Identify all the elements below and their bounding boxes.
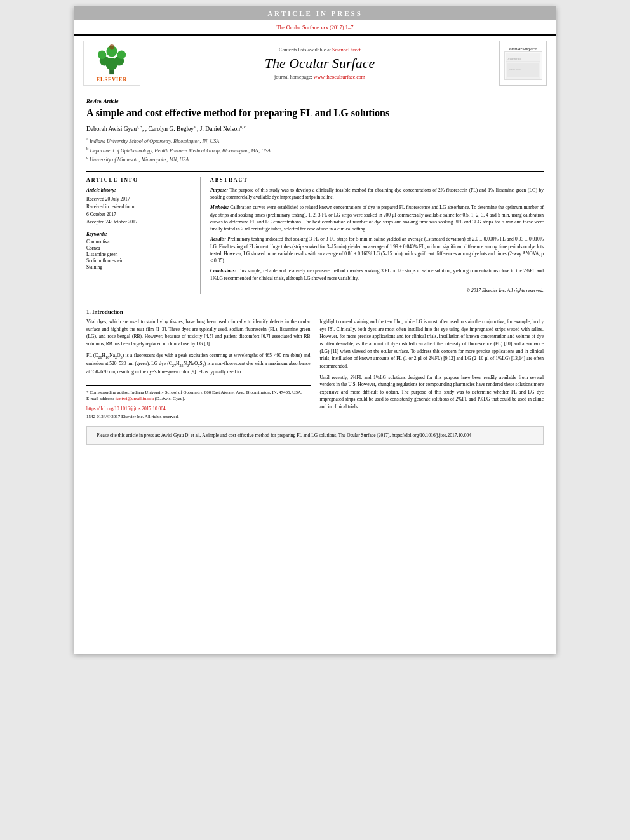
article-history: Article history: Received 20 July 2017 R… bbox=[86, 187, 194, 226]
issn-line: 1542-0124/© 2017 Elsevier Inc. All right… bbox=[86, 413, 311, 420]
affiliation-b: b Department of Ophthalmology, Health Pa… bbox=[86, 145, 544, 155]
elsevier-brand-text: ELSEVIER bbox=[97, 77, 127, 83]
doi-line: https://doi.org/10.1016/j.jtos.2017.10.0… bbox=[86, 405, 311, 412]
article-in-press-banner: ARTICLE IN PRESS bbox=[74, 6, 556, 20]
intro-col2-text: highlight corneal staining and the tear … bbox=[320, 318, 544, 411]
sciencedirect-link[interactable]: ScienceDirect bbox=[332, 47, 361, 53]
abstract-column: ABSTRACT Purpose: The purpose of this st… bbox=[210, 177, 544, 294]
contents-line: Contents lists available at ScienceDirec… bbox=[279, 47, 361, 53]
email-link[interactable]: dantwi@umail.iu.edu bbox=[116, 396, 154, 401]
keyword-lissamine: Lissamine green bbox=[86, 251, 194, 257]
citation-box: Please cite this article in press as: Aw… bbox=[86, 426, 544, 444]
affiliation-c: c University of Minnesota, Minneapolis, … bbox=[86, 154, 544, 164]
affiliations: a Indiana University School of Optometry… bbox=[86, 136, 544, 164]
article-info-column: ARTICLE INFO Article history: Received 2… bbox=[86, 177, 201, 294]
abstract-heading: ABSTRACT bbox=[210, 177, 544, 183]
doi-link[interactable]: https://doi.org/10.1016/j.jtos.2017.10.0… bbox=[86, 406, 166, 411]
ocular-surface-logo-icon: OcularSurface journal cover bbox=[506, 53, 540, 79]
abstract-results: Results: Preliminary testing indicated t… bbox=[210, 236, 544, 264]
keyword-cornea: Cornea bbox=[86, 245, 194, 251]
article-title: A simple and cost effective method for p… bbox=[86, 107, 544, 120]
intro-col2: highlight corneal staining and the tear … bbox=[320, 318, 544, 420]
abstract-copyright: © 2017 Elsevier Inc. All rights reserved… bbox=[210, 287, 544, 294]
intro-col1: Vital dyes, which are used to stain livi… bbox=[86, 318, 311, 420]
journal-header: ELSEVIER Contents lists available at Sci… bbox=[74, 34, 556, 91]
keywords-list: Conjunctiva Cornea Lissamine green Sodiu… bbox=[86, 239, 194, 270]
abstract-purpose: Purpose: The purpose of this study was t… bbox=[210, 187, 544, 201]
article-body: Review Article A simple and cost effecti… bbox=[74, 91, 556, 451]
keyword-sodium: Sodium fluorescein bbox=[86, 258, 194, 263]
journal-ref-line: The Ocular Surface xxx (2017) 1–7 bbox=[74, 20, 556, 34]
affiliation-a: a Indiana University School of Optometry… bbox=[86, 136, 544, 145]
header-middle: Contents lists available at ScienceDirec… bbox=[147, 41, 493, 86]
homepage-line: journal homepage: www.theoculsurface.com bbox=[274, 74, 365, 80]
journal-ref-link[interactable]: The Ocular Surface xxx (2017) 1–7 bbox=[276, 24, 353, 30]
abstract-text: Purpose: The purpose of this study was t… bbox=[210, 187, 544, 294]
introduction-body: Vital dyes, which are used to stain livi… bbox=[86, 318, 544, 420]
email-note: E-mail address: dantwi@umail.iu.edu (D. … bbox=[86, 396, 311, 403]
keyword-staining: Staining bbox=[86, 264, 194, 270]
abstract-methods: Methods: Calibration curves were establi… bbox=[210, 204, 544, 232]
keyword-conjunctiva: Conjunctiva bbox=[86, 239, 194, 244]
journal-title: The Ocular Surface bbox=[265, 55, 375, 72]
footnotes: * Corresponding author. Indiana Universi… bbox=[86, 385, 311, 420]
introduction-heading: 1. Introduction bbox=[86, 309, 544, 315]
authors-line: Deborah Awisi Gyaua, *, , Carolyn G. Beg… bbox=[86, 125, 544, 132]
article-info-heading: ARTICLE INFO bbox=[86, 177, 194, 183]
introduction-section: 1. Introduction Vital dyes, which are us… bbox=[86, 309, 544, 420]
svg-point-7 bbox=[109, 44, 114, 50]
elsevier-logo: ELSEVIER bbox=[83, 41, 140, 86]
section-divider bbox=[86, 302, 544, 302]
elsevier-tree-icon bbox=[91, 44, 133, 76]
svg-point-4 bbox=[97, 51, 105, 59]
journal-logo-right: OcularSurface OcularSurface journal cove… bbox=[499, 41, 547, 86]
article-info-abstract-section: ARTICLE INFO Article history: Received 2… bbox=[86, 171, 544, 294]
corresponding-author-note: * Corresponding author. Indiana Universi… bbox=[86, 389, 311, 396]
article-type-label: Review Article bbox=[86, 98, 544, 104]
page: ARTICLE IN PRESS The Ocular Surface xxx … bbox=[74, 6, 556, 654]
homepage-link[interactable]: www.theoculsurface.com bbox=[314, 74, 365, 80]
keywords-section: Keywords: Conjunctiva Cornea Lissamine g… bbox=[86, 231, 194, 270]
abstract-conclusions: Conclusions: This simple, reliable and r… bbox=[210, 267, 544, 282]
svg-text:journal cover: journal cover bbox=[508, 69, 521, 71]
intro-col1-text: Vital dyes, which are used to stain livi… bbox=[86, 318, 311, 376]
svg-text:OcularSurface: OcularSurface bbox=[507, 57, 521, 60]
svg-point-5 bbox=[117, 51, 125, 59]
